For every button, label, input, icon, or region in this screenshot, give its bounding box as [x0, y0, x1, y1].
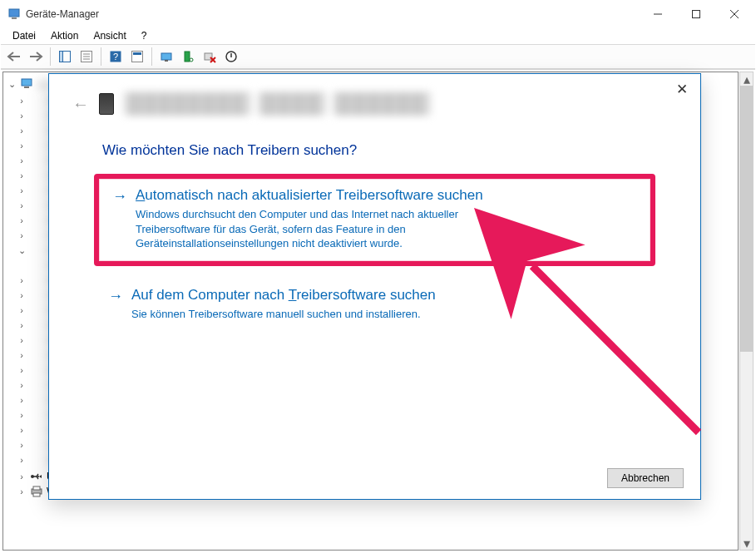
- toolbar-help-button[interactable]: ?: [106, 47, 126, 67]
- device-icon: [30, 318, 43, 332]
- toolbar-uninstall-button[interactable]: [200, 47, 220, 67]
- device-icon: [30, 244, 43, 257]
- toolbar: ?: [1, 44, 755, 69]
- toolbar-update-driver-button[interactable]: [178, 47, 198, 67]
- option-description: Windows durchsucht den Computer und das …: [136, 207, 526, 251]
- svg-rect-22: [22, 79, 32, 86]
- chevron-right-icon: ›: [17, 486, 27, 496]
- dialog-footer: Abbrechen: [49, 457, 700, 499]
- window-title: Geräte-Manager: [26, 8, 639, 20]
- chevron-right-icon: ›: [17, 215, 27, 225]
- device-icon: [30, 438, 43, 452]
- svg-text:?: ?: [113, 52, 118, 62]
- chevron-right-icon: ›: [17, 96, 27, 106]
- svg-rect-7: [60, 52, 63, 62]
- chevron-right-icon: ›: [17, 200, 27, 210]
- toolbar-properties-button[interactable]: [77, 47, 96, 67]
- device-icon: [30, 109, 43, 122]
- toolbar-forward-button[interactable]: [26, 47, 46, 67]
- svg-rect-16: [161, 53, 171, 60]
- device-icon: [30, 229, 43, 242]
- device-icon: [30, 423, 43, 437]
- toolbar-separator: [50, 47, 51, 66]
- device-icon: [30, 274, 43, 287]
- printer-icon: [30, 485, 43, 498]
- scroll-down-arrow-icon[interactable]: ▾: [740, 536, 753, 550]
- menu-action[interactable]: Aktion: [44, 29, 85, 42]
- device-icon: [30, 184, 43, 197]
- device-icon: [30, 94, 43, 107]
- chevron-right-icon: ›: [17, 395, 27, 405]
- chevron-right-icon: ›: [17, 156, 27, 165]
- svg-point-19: [190, 58, 193, 62]
- option-browse-computer[interactable]: → Auf dem Computer nach Treibersoftware …: [94, 278, 655, 333]
- device-icon: [30, 408, 43, 422]
- chevron-right-icon: ›: [17, 126, 27, 136]
- chevron-down-icon: ⌄: [17, 245, 27, 256]
- device-icon: [30, 154, 43, 167]
- chevron-right-icon: ›: [17, 170, 27, 180]
- chevron-right-icon: ›: [17, 380, 27, 390]
- chevron-right-icon: ›: [17, 410, 27, 420]
- app-icon: [7, 7, 21, 21]
- menu-help[interactable]: ?: [135, 29, 154, 42]
- svg-rect-3: [693, 11, 700, 18]
- svg-rect-15: [133, 52, 141, 55]
- svg-rect-27: [33, 493, 40, 496]
- chevron-right-icon: ›: [17, 350, 27, 360]
- toolbar-action-button[interactable]: [127, 47, 147, 67]
- menu-view[interactable]: Ansicht: [86, 29, 132, 42]
- chevron-right-icon: ›: [17, 455, 27, 465]
- maximize-button[interactable]: [677, 1, 715, 27]
- menu-file[interactable]: Datei: [6, 29, 42, 42]
- device-icon: [30, 363, 43, 377]
- update-driver-dialog: ✕ ← ████████ ████ ██████ Wie möchten Sie…: [48, 73, 701, 500]
- svg-rect-23: [24, 86, 29, 88]
- option-search-automatically[interactable]: → Automatisch nach aktualisierter Treibe…: [94, 174, 655, 266]
- scrollbar-thumb[interactable]: [740, 86, 753, 352]
- chevron-right-icon: ›: [17, 320, 27, 330]
- menu-bar: Datei Aktion Ansicht ?: [1, 27, 755, 44]
- chevron-right-icon: ›: [17, 440, 27, 450]
- usb-icon: [30, 470, 43, 483]
- toolbar-separator: [101, 47, 101, 66]
- svg-rect-1: [12, 17, 17, 19]
- svg-rect-0: [9, 9, 19, 17]
- chevron-right-icon: ›: [17, 141, 27, 151]
- dialog-header: ← ████████ ████ ██████: [72, 89, 677, 119]
- chevron-right-icon: ›: [17, 425, 27, 435]
- device-icon: [30, 289, 43, 302]
- dialog-question: Wie möchten Sie nach Treibern suchen?: [102, 142, 677, 159]
- device-icon: [30, 378, 43, 392]
- scroll-up-arrow-icon[interactable]: ▴: [740, 72, 753, 86]
- toolbar-disable-button[interactable]: [221, 47, 241, 67]
- arrow-right-icon: →: [112, 188, 127, 205]
- option-description: Sie können Treibersoftware manuell suche…: [131, 307, 436, 322]
- device-icon: [30, 453, 43, 467]
- option-title: Auf dem Computer nach Treibersoftware su…: [131, 287, 436, 304]
- cancel-button[interactable]: Abbrechen: [607, 468, 684, 488]
- chevron-right-icon: ›: [17, 472, 27, 481]
- device-icon: [30, 214, 43, 227]
- close-window-button[interactable]: [715, 1, 754, 27]
- device-name-redacted: ████████ ████ ██████: [124, 93, 431, 115]
- vertical-scrollbar[interactable]: ▴ ▾: [739, 72, 754, 551]
- device-icon: [30, 393, 43, 407]
- chevron-right-icon: ›: [17, 335, 27, 345]
- device-icon: [30, 139, 43, 152]
- chevron-right-icon: ›: [17, 185, 27, 195]
- toolbar-separator: [151, 47, 152, 66]
- minimize-button[interactable]: [639, 1, 677, 27]
- device-icon: [30, 304, 43, 317]
- toolbar-show-hide-tree-button[interactable]: [55, 47, 75, 67]
- chevron-right-icon: ›: [17, 275, 27, 285]
- device-icon: [30, 348, 43, 362]
- chevron-right-icon: ›: [17, 365, 27, 375]
- back-arrow-icon[interactable]: ←: [72, 95, 89, 114]
- chevron-down-icon: ⌄: [7, 79, 17, 90]
- toolbar-back-button[interactable]: [4, 47, 24, 67]
- toolbar-scan-hardware-button[interactable]: [156, 47, 176, 67]
- device-icon: [30, 124, 43, 137]
- device-icon: [30, 259, 43, 272]
- svg-rect-26: [33, 486, 40, 490]
